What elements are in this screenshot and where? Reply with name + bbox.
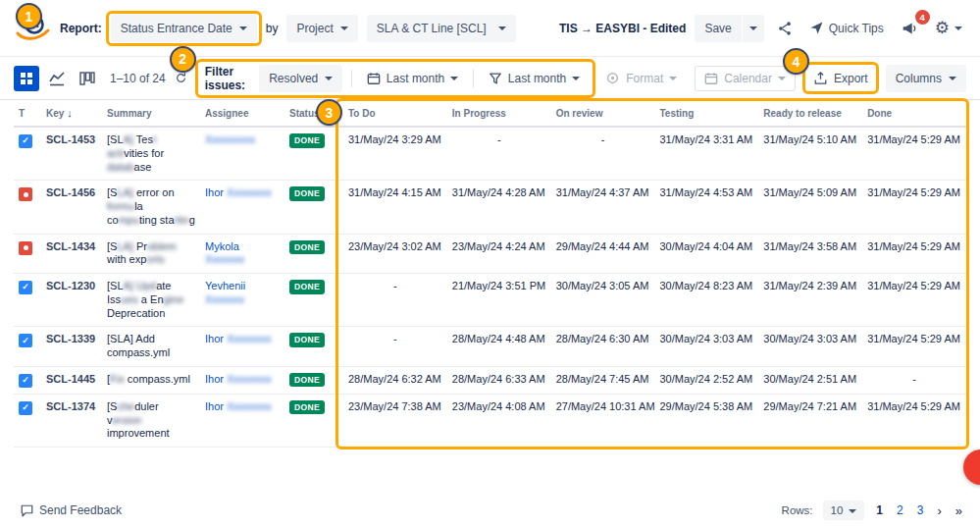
result-range-text: 1–10 of 24: [110, 72, 166, 85]
rows-per-page-select[interactable]: 10: [823, 501, 865, 520]
date-cell: 31/May/24 5:29 AM: [862, 274, 966, 327]
top-header: Report: Status Entrance Date by Project …: [0, 0, 980, 57]
filter-status-select[interactable]: Resolved: [259, 65, 342, 92]
table-row[interactable]: SCL-1434 [SLA] Problem with exports Myko…: [14, 234, 966, 274]
column-header-done[interactable]: Done: [862, 100, 966, 127]
issue-type-icon: [19, 187, 32, 201]
notifications-button[interactable]: 4: [897, 16, 922, 41]
issue-key[interactable]: SCL-1230: [46, 280, 95, 291]
date-cell: 31/May/24 5:10 AM: [758, 127, 862, 181]
date-cell: -: [343, 327, 447, 367]
issue-key[interactable]: SCL-1445: [46, 373, 95, 385]
date-cell: 30/May/24 3:03 AM: [758, 327, 862, 367]
footer: Send Feedback Rows: 10 1 2 3 › »: [0, 493, 980, 528]
columns-select[interactable]: Columns: [886, 65, 966, 92]
table-row[interactable]: SCL-1339 [SLA] Add compass.yml Ihor Xxxx…: [14, 327, 966, 367]
page-button-3[interactable]: 3: [915, 503, 926, 517]
table-row[interactable]: SCL-1456 [SLA] error on formula computin…: [14, 181, 966, 234]
settings-button[interactable]: ⚙: [931, 16, 966, 40]
date-cell: 31/May/24 5:29 AM: [862, 181, 966, 234]
sla-period-select[interactable]: Last month: [483, 67, 586, 90]
view-table-button[interactable]: [14, 66, 39, 91]
quick-tips-button[interactable]: Quick Tips: [805, 17, 888, 39]
column-header-onreview[interactable]: On review: [551, 100, 655, 127]
date-cell: -: [551, 127, 655, 181]
issue-key[interactable]: SCL-1339: [46, 333, 95, 344]
date-cell: 23/May/24 4:24 AM: [447, 234, 551, 274]
issue-type-icon: [19, 134, 32, 148]
page-button-1[interactable]: 1: [874, 503, 885, 517]
issue-type-icon: [19, 334, 32, 347]
issue-assignee[interactable]: Ihor Xxxxxxxx: [205, 333, 272, 344]
report-title: TIS → EASYBI - Edited: [559, 22, 686, 35]
column-header-status[interactable]: Status: [284, 100, 343, 127]
page-button-2[interactable]: 2: [895, 503, 905, 517]
report-type-select[interactable]: Status Entrance Date: [111, 15, 257, 42]
status-badge: DONE: [289, 373, 325, 388]
issue-summary: [SLA] Add compass.yml: [107, 333, 170, 358]
project-select[interactable]: SLA & CT Line [SCL]: [367, 15, 516, 42]
calendar-button: Calendar: [695, 66, 796, 91]
last-page-button[interactable]: »: [954, 503, 964, 518]
date-cell: 28/May/24 6:30 AM: [551, 327, 655, 367]
filter-status-value: Resolved: [269, 72, 318, 85]
view-board-button[interactable]: [75, 66, 100, 91]
sla-period-value: Last month: [508, 72, 566, 85]
table-row[interactable]: SCL-1445 [Fix compass.yml Ihor Xxxxxxxx …: [14, 366, 966, 394]
next-page-button[interactable]: ›: [935, 503, 943, 518]
save-button[interactable]: Save: [695, 15, 741, 42]
export-button[interactable]: Export: [807, 66, 874, 90]
status-badge: DONE: [289, 400, 325, 415]
refresh-icon: [175, 72, 187, 84]
toolbar: 1–10 of 24 Filter issues: Resolved L: [0, 57, 980, 100]
save-options-button[interactable]: [743, 15, 764, 42]
status-badge: DONE: [289, 133, 325, 148]
date-cell: 30/May/24 4:04 AM: [654, 234, 758, 274]
filter-issues-group: Filter issues: Resolved Last month Last: [201, 63, 591, 94]
column-header-assignee[interactable]: Assignee: [200, 100, 284, 127]
issue-assignee[interactable]: Ihor Xxxxxxxx: [205, 186, 272, 198]
issue-assignee[interactable]: Mykola Xxxxxxx: [205, 240, 244, 266]
date-cell: 31/May/24 4:28 AM: [447, 181, 551, 234]
share-button[interactable]: [773, 17, 797, 40]
issue-type-icon: [19, 241, 32, 255]
column-header-testing[interactable]: Testing: [654, 100, 758, 127]
issue-assignee[interactable]: Ihor Xxxxxxxx: [205, 400, 272, 412]
scope-select[interactable]: Project: [286, 15, 357, 42]
column-header-ready[interactable]: Ready to release: [758, 100, 862, 127]
send-feedback-button[interactable]: Send Feedback: [16, 500, 126, 522]
export-icon: [813, 71, 828, 85]
date-cell: 28/May/24 6:33 AM: [447, 366, 551, 394]
status-badge: DONE: [289, 186, 325, 201]
date-cell: 30/May/24 2:51 AM: [758, 366, 862, 394]
issue-key[interactable]: SCL-1434: [46, 240, 95, 252]
date-cell: 31/May/24 5:29 AM: [862, 327, 966, 367]
date-cell: 31/May/24 5:29 AM: [862, 127, 966, 181]
column-header-inprogress[interactable]: In Progress: [447, 100, 551, 127]
table-row[interactable]: SCL-1230 [SLA] Update Issues a Engine De…: [14, 274, 966, 327]
chevron-down-icon: [949, 77, 956, 80]
issue-key[interactable]: SCL-1456: [46, 186, 95, 198]
column-header-label: Key: [46, 108, 64, 119]
issue-key[interactable]: SCL-1453: [46, 133, 95, 145]
date-cell: 31/May/24 5:09 AM: [758, 181, 862, 234]
refresh-button[interactable]: [171, 68, 191, 88]
by-label: by: [266, 22, 279, 35]
column-header-todo[interactable]: To Do: [343, 100, 447, 127]
column-header-summary[interactable]: Summary: [102, 100, 200, 127]
issue-key[interactable]: SCL-1374: [46, 400, 95, 412]
filter-issues-label: Filter issues:: [205, 65, 250, 92]
column-header-type[interactable]: T: [14, 100, 41, 127]
table-row[interactable]: SCL-1453 [SLA] Test activities for datab…: [14, 127, 966, 181]
issue-assignee[interactable]: Yevhenii Xxxxxxx: [205, 280, 245, 305]
view-chart-button[interactable]: [44, 66, 70, 91]
date-cell: 29/May/24 7:21 AM: [758, 394, 862, 447]
issue-assignee[interactable]: Xxxxxxxxx: [205, 133, 255, 145]
chevron-down-icon: [239, 26, 247, 30]
date-cell: 31/May/24 4:37 AM: [551, 181, 655, 234]
table-row[interactable]: SCL-1374 [Scheduler version improvement …: [14, 394, 966, 447]
issue-assignee[interactable]: Ihor Xxxxxxxx: [205, 373, 272, 385]
column-header-key[interactable]: Key↓: [41, 100, 102, 127]
period-select[interactable]: Last month: [361, 67, 464, 90]
date-cell: 31/May/24 3:29 AM: [343, 127, 447, 181]
